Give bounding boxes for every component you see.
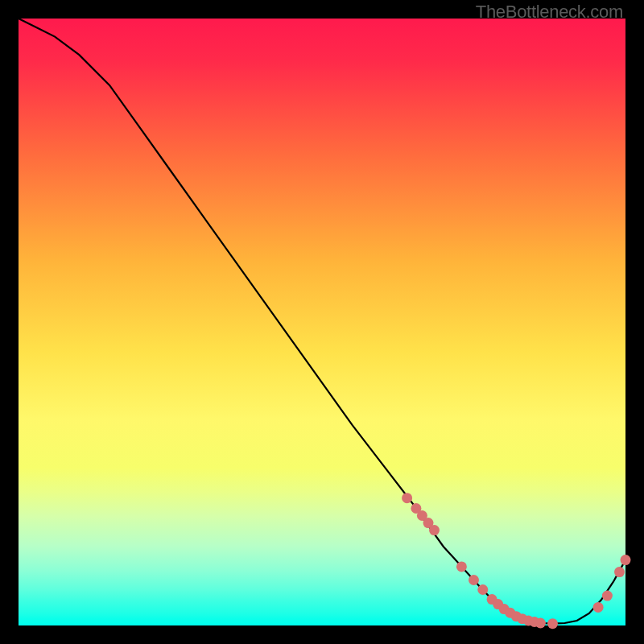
data-point: [469, 575, 479, 585]
data-point: [602, 591, 613, 601]
data-point: [547, 618, 558, 629]
data-point: [477, 584, 488, 595]
data-point: [535, 618, 546, 629]
data-point: [429, 525, 440, 535]
bottleneck-curve: [19, 19, 625, 624]
data-point: [593, 602, 604, 613]
data-point: [621, 555, 631, 565]
attribution-text: TheBottleneck.com: [476, 2, 623, 23]
data-point: [402, 493, 412, 503]
data-point: [614, 567, 625, 577]
data-point: [456, 561, 467, 572]
chart-container: TheBottleneck.com: [0, 0, 644, 644]
data-points: [402, 493, 630, 629]
chart-overlay: [19, 19, 625, 625]
